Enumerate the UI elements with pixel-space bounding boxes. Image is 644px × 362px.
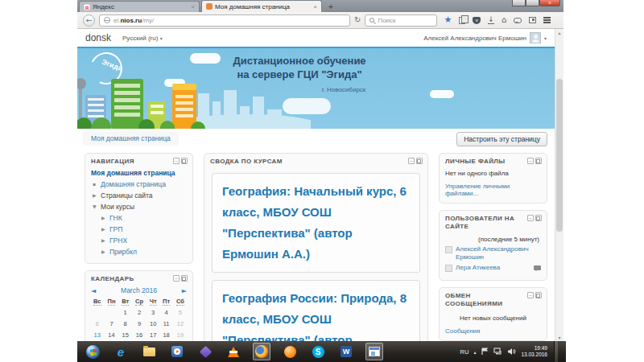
scroll-down-icon[interactable]: ▾ — [555, 335, 564, 340]
copy-icon[interactable] — [459, 17, 465, 24]
toolbar-icons: ★ v ↓ ⌂ — [444, 15, 551, 25]
file-explorer-icon[interactable] — [140, 343, 158, 360]
menu-icon[interactable] — [543, 17, 551, 23]
course-card: География: Начальный курс, 6 класс, МБОУ… — [212, 173, 420, 273]
volume-icon[interactable] — [507, 348, 516, 356]
manage-files-link[interactable]: Управление личными файлами... — [445, 183, 541, 197]
word-icon[interactable]: W — [337, 343, 355, 360]
tree-collapsed-icon[interactable]: ▶ — [101, 235, 106, 246]
tree-collapsed-icon[interactable]: ▶ — [93, 190, 97, 201]
dock-block-icon[interactable] — [535, 215, 542, 221]
day-header: Вт — [119, 296, 132, 306]
collapse-block-icon[interactable]: – — [173, 158, 180, 164]
nav-item-course-prirbkl[interactable]: ▶Прирбкл — [93, 246, 187, 257]
home-icon[interactable]: ⌂ — [502, 15, 506, 25]
kmplayer-icon[interactable] — [196, 343, 214, 360]
online-period-text: (последние 5 минут) — [445, 235, 541, 245]
scrollbar[interactable]: ▴ ▾ — [555, 29, 564, 341]
media-player-icon[interactable] — [168, 343, 186, 360]
language-label: Русский (ru) — [122, 35, 158, 42]
dock-block-icon[interactable] — [535, 292, 542, 298]
day-cell: 17 — [147, 329, 159, 340]
vlc-icon[interactable] — [225, 343, 242, 360]
tab-close-icon[interactable]: × — [191, 3, 195, 10]
user-menu[interactable]: Алексей Александрович Ермошин ▾ — [423, 32, 547, 43]
collapse-block-icon[interactable]: – — [173, 275, 180, 282]
nav-item-my-courses[interactable]: ▼Мои курсы — [93, 201, 187, 212]
search-input[interactable]: Поиск — [365, 14, 437, 27]
network-icon[interactable] — [493, 348, 502, 356]
show-desktop-button[interactable] — [554, 341, 558, 362]
collapse-block-icon[interactable]: – — [527, 215, 534, 221]
tray-expand-icon[interactable]: ▴ — [473, 349, 476, 355]
tree-expanded-icon[interactable]: ▼ — [93, 201, 97, 212]
block-title: ЛИЧНЫЕ ФАЙЛЫ — [445, 158, 525, 166]
site-brand[interactable]: donsk — [85, 32, 111, 43]
new-tab-button[interactable]: + — [324, 2, 337, 12]
online-user-link[interactable]: Лера Атикеева — [456, 264, 530, 272]
online-user-row: Лера Атикеева — [445, 264, 541, 272]
pocket-icon[interactable]: v — [473, 17, 481, 24]
orange-sphere-icon[interactable] — [281, 343, 299, 360]
scroll-up-icon[interactable]: ▴ — [555, 30, 564, 35]
day-header: Пн — [104, 296, 118, 306]
scrollbar-thumb[interactable] — [556, 79, 563, 232]
tree-collapsed-icon[interactable]: ▶ — [101, 224, 106, 235]
nav-item-course-grnh[interactable]: ▶ГРНХ — [93, 235, 187, 246]
skype-icon[interactable]: S — [309, 343, 327, 360]
hello-bubble-icon[interactable] — [514, 18, 522, 23]
chevron-down-icon: ▾ — [160, 35, 163, 41]
dock-block-icon[interactable] — [416, 158, 423, 164]
dock-block-icon[interactable] — [181, 158, 188, 164]
tab-yandex[interactable]: Я Яндекс × — [79, 1, 200, 12]
downloads-icon[interactable]: ↓ — [488, 16, 494, 24]
collapse-block-icon[interactable]: – — [408, 158, 415, 164]
user-avatar-icon — [445, 265, 452, 272]
nav-item-course-grp[interactable]: ▶ГРП — [93, 224, 187, 235]
nav-item-home[interactable]: ▪Домашняя страница — [93, 179, 187, 190]
action-center-flag-icon[interactable] — [481, 348, 489, 356]
calendar-next-icon[interactable]: ► — [182, 287, 187, 294]
bookmark-star-icon[interactable]: ★ — [444, 15, 452, 25]
language-indicator[interactable]: RU — [460, 348, 469, 356]
dock-block-icon[interactable] — [181, 275, 188, 282]
firefox-icon[interactable] — [253, 343, 270, 360]
course-link-geography-8[interactable]: География России: Природа, 8 класс, МБОУ… — [222, 291, 407, 341]
breadcrumb[interactable]: Моя домашняя страница — [83, 131, 179, 146]
course-link-geography-6[interactable]: География: Начальный курс, 6 класс, МБОУ… — [222, 184, 407, 261]
language-menu[interactable]: Русский (ru) ▾ — [122, 35, 163, 42]
nav-item-course-gnk[interactable]: ▶ГНК — [93, 212, 187, 224]
tree-collapsed-icon[interactable]: ▶ — [101, 212, 106, 224]
url-bar[interactable]: el.nios.ru/my/ — [99, 14, 350, 27]
app-window-icon[interactable] — [365, 343, 383, 360]
reload-icon[interactable]: ↻ — [354, 16, 361, 24]
search-placeholder: Поиск — [378, 17, 395, 24]
close-button[interactable]: x — [539, 0, 560, 6]
maximize-button[interactable] — [526, 0, 539, 6]
nav-root-link[interactable]: Моя домашняя страница — [85, 167, 192, 177]
internet-explorer-icon[interactable]: e — [112, 343, 130, 360]
dock-block-icon[interactable] — [535, 158, 542, 164]
calendar-month-label[interactable]: March 2016 — [96, 286, 182, 294]
tab-close-icon[interactable]: × — [313, 3, 317, 10]
minimize-button[interactable] — [512, 0, 526, 6]
chevron-down-icon: ▾ — [544, 35, 547, 41]
customize-page-button[interactable]: Настроить эту страницу — [456, 132, 547, 146]
course-card: География России: Природа, 8 класс, МБОУ… — [212, 280, 420, 341]
collapse-block-icon[interactable]: – — [527, 292, 534, 298]
messages-link[interactable]: Сообщения — [445, 327, 541, 335]
banner-title-line1: Дистанционное обучение — [180, 54, 419, 68]
taskbar-clock[interactable]: 19:49 13.03.2016 — [521, 345, 547, 358]
left-column: НАВИГАЦИЯ – Моя домашняя страница ▪Домаш… — [85, 153, 193, 341]
back-icon[interactable]: ← — [83, 14, 95, 27]
nav-item-site-pages[interactable]: ▶Страницы сайта — [93, 190, 187, 201]
start-orb-icon[interactable] — [84, 343, 101, 360]
send-message-icon[interactable] — [534, 265, 541, 270]
breadcrumb-row: Моя домашняя страница Настроить эту стра… — [77, 129, 555, 150]
online-user-link[interactable]: Алексей Александрович Ермошин — [456, 245, 541, 261]
tab-home-page[interactable]: Моя домашняя страница × — [201, 0, 322, 12]
frame-icon[interactable] — [529, 17, 536, 23]
content-columns: НАВИГАЦИЯ – Моя домашняя страница ▪Домаш… — [77, 150, 555, 341]
tree-collapsed-icon[interactable]: ▶ — [101, 246, 106, 257]
collapse-block-icon[interactable]: – — [527, 158, 534, 164]
